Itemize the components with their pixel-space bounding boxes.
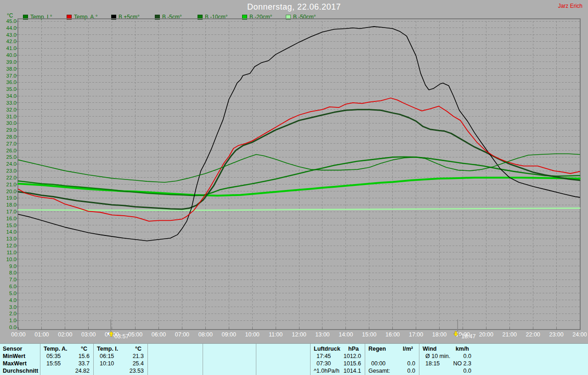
y-axis-labels: 0.01.02.03.04.05.06.07.08.09.010.011.012… <box>6 18 17 330</box>
svg-text:19.0: 19.0 <box>6 195 17 201</box>
cell-value: 33.7 <box>79 360 90 367</box>
svg-text:15:00: 15:00 <box>362 331 376 338</box>
table-filler <box>475 344 588 375</box>
svg-text:0.0: 0.0 <box>9 325 17 330</box>
svg-text:9.0: 9.0 <box>9 263 17 269</box>
column-unit: l/m² <box>403 345 413 353</box>
sensor-summary-table: SensorMinWertMaxWertDurchschnittTemp. A.… <box>0 343 588 375</box>
svg-text:10.0: 10.0 <box>6 257 17 262</box>
row-label: MaxWert <box>0 360 40 367</box>
svg-text:14:00: 14:00 <box>339 331 353 338</box>
svg-text:3.0: 3.0 <box>9 304 17 310</box>
cell-time: 06:15 <box>100 353 114 360</box>
svg-text:22:00: 22:00 <box>526 331 540 338</box>
row-label: Durchschnitt <box>0 367 40 375</box>
column-unit: °C <box>135 345 141 353</box>
cell-value: 0.0 <box>407 367 415 375</box>
svg-text:2.0: 2.0 <box>9 311 17 316</box>
cell-value: 0.0 <box>464 367 471 375</box>
cell-value: 1012.0 <box>344 353 361 360</box>
svg-text:24:00: 24:00 <box>572 331 587 338</box>
svg-text:8.0: 8.0 <box>9 270 17 275</box>
svg-text:37.0: 37.0 <box>6 73 17 78</box>
svg-text:42.0: 42.0 <box>6 39 17 44</box>
svg-text:6.0: 6.0 <box>9 284 17 289</box>
table-group-temp-i-: Temp. I.°C06:1521.310:1025.423.53 <box>94 344 148 375</box>
svg-text:35.0: 35.0 <box>6 86 17 92</box>
svg-text:41.0: 41.0 <box>6 45 17 51</box>
svg-text:12.0: 12.0 <box>6 243 17 248</box>
svg-text:38.0: 38.0 <box>6 66 17 72</box>
svg-text:27.0: 27.0 <box>6 141 17 146</box>
svg-text:44.0: 44.0 <box>6 25 17 31</box>
table-group-empty <box>256 344 311 375</box>
table-group-regen: Regenl/m²00:000.0Gesamt:0.0 <box>365 344 419 375</box>
column-header: Temp. I. <box>97 345 118 353</box>
svg-text:33.0: 33.0 <box>6 100 17 106</box>
svg-text:32.0: 32.0 <box>6 107 17 112</box>
svg-text:20:00: 20:00 <box>479 331 493 338</box>
table-row-labels-column: SensorMinWertMaxWertDurchschnitt <box>0 344 40 375</box>
svg-text:7.0: 7.0 <box>9 277 17 282</box>
svg-text:22.0: 22.0 <box>6 175 17 180</box>
svg-text:06:00: 06:00 <box>152 331 166 338</box>
svg-text:23:00: 23:00 <box>549 331 563 338</box>
svg-text:13:00: 13:00 <box>315 331 329 338</box>
table-group-luftdruck: LuftdruckhPa17:451012.007:301015.6^1.0hP… <box>311 344 365 375</box>
svg-text:43.0: 43.0 <box>6 32 17 38</box>
svg-text:02:00: 02:00 <box>58 331 72 338</box>
row-label: MinWert <box>0 353 40 360</box>
svg-text:03:00: 03:00 <box>81 331 96 338</box>
svg-text:34.0: 34.0 <box>6 93 17 99</box>
cell-time: 10:10 <box>100 360 114 367</box>
svg-text:26.0: 26.0 <box>6 148 17 153</box>
svg-text:17:00: 17:00 <box>409 331 423 338</box>
table-group-empty <box>148 344 203 375</box>
column-header: Temp. A. <box>44 345 67 353</box>
cell-time: 00:00 <box>371 360 385 367</box>
svg-text:21:00: 21:00 <box>503 331 517 338</box>
cell-value: 25.4 <box>133 360 144 367</box>
svg-text:31.0: 31.0 <box>6 114 17 119</box>
svg-text:17.0: 17.0 <box>6 209 17 214</box>
svg-text:15.0: 15.0 <box>6 223 17 228</box>
svg-text:10:00: 10:00 <box>245 331 260 338</box>
cell-value: 15.6 <box>79 353 90 360</box>
cell-value: 1015.6 <box>344 360 361 367</box>
table-group-empty <box>203 344 256 375</box>
temperature-chart: 0.01.02.03.04.05.06.07.08.09.010.011.012… <box>0 0 588 343</box>
svg-text:25.0: 25.0 <box>6 154 17 160</box>
svg-text:07:00: 07:00 <box>175 331 189 338</box>
cell-value: 21.3 <box>133 353 144 360</box>
svg-text:1.0: 1.0 <box>9 318 17 323</box>
cell-time: 15:55 <box>46 360 61 367</box>
svg-text:11.0: 11.0 <box>6 250 17 255</box>
cell-time: Ø 10 min. <box>425 353 450 360</box>
axis-ticks <box>16 21 580 330</box>
cell-value: 24.82 <box>75 367 90 375</box>
column-unit: °C <box>81 345 87 353</box>
svg-text:29.0: 29.0 <box>6 127 17 133</box>
row-label: Sensor <box>0 345 40 353</box>
svg-text:14.0: 14.0 <box>6 229 17 235</box>
column-header: Wind <box>423 345 436 353</box>
x-axis-labels: 00:0001:0002:0003:0004:0005:0006:0007:00… <box>11 331 587 338</box>
cell-time: Gesamt: <box>368 367 390 375</box>
svg-text:28.0: 28.0 <box>6 134 17 140</box>
sun-marker-time: 03:57 <box>114 333 129 340</box>
svg-text:16:00: 16:00 <box>385 331 400 338</box>
svg-text:01:00: 01:00 <box>34 331 49 338</box>
svg-text:08:00: 08:00 <box>198 331 213 338</box>
column-unit: km/h <box>456 345 469 353</box>
column-header: Luftdruck <box>314 345 340 353</box>
svg-text:00:00: 00:00 <box>11 331 25 338</box>
column-header: Regen <box>368 345 386 353</box>
svg-text:36.0: 36.0 <box>6 79 17 85</box>
svg-text:18.0: 18.0 <box>6 202 17 207</box>
svg-text:12:00: 12:00 <box>292 331 306 338</box>
svg-text:13.0: 13.0 <box>6 236 17 241</box>
svg-text:20.0: 20.0 <box>6 189 17 194</box>
table-group-temp-a-: Temp. A.°C05:3515.615:5533.724.82 <box>40 344 94 375</box>
svg-text:4.0: 4.0 <box>9 297 17 303</box>
grid-lines <box>18 21 580 327</box>
